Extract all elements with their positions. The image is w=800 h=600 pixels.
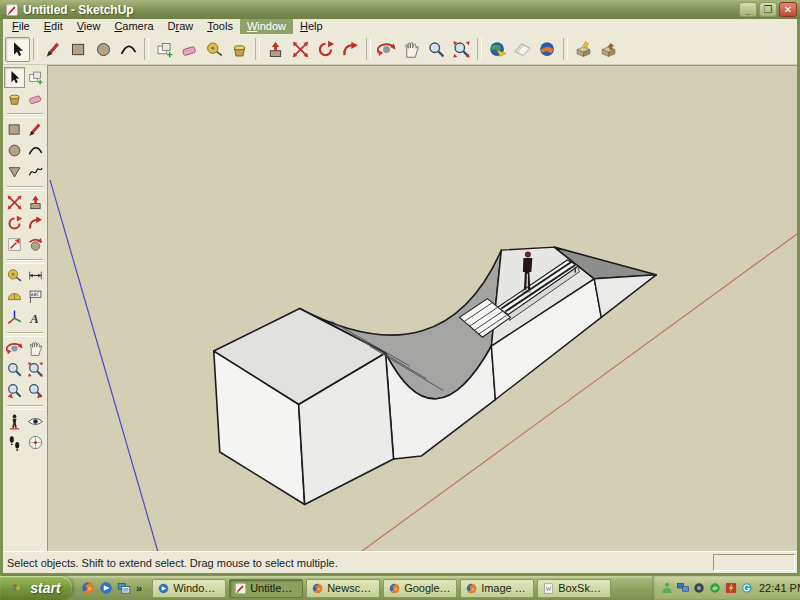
circle-tool-button[interactable] xyxy=(4,140,25,161)
tape-measure-icon xyxy=(205,40,224,59)
freehand-tool-button[interactable] xyxy=(25,161,46,182)
taskbar-button-windows[interactable]: Windows ... xyxy=(152,579,226,598)
menu-window[interactable]: Window xyxy=(240,19,293,34)
scale-icon xyxy=(6,236,23,253)
share-models-tool-button[interactable] xyxy=(596,37,621,62)
orbit-icon xyxy=(377,40,396,59)
line-tool-button[interactable] xyxy=(25,119,46,140)
menu-help[interactable]: Help xyxy=(293,19,330,34)
line-tool-button[interactable] xyxy=(41,37,66,62)
pan-tool-button[interactable] xyxy=(25,338,46,359)
orbit-icon xyxy=(6,340,23,357)
select-tool-button[interactable] xyxy=(5,37,30,62)
start-button[interactable]: start xyxy=(0,576,72,600)
get-current-view-tool-button[interactable] xyxy=(485,37,510,62)
rotate-tool-button[interactable] xyxy=(4,213,25,234)
select-tool-button[interactable] xyxy=(4,67,25,88)
move-icon xyxy=(6,194,23,211)
zoom-extents-tool-button[interactable] xyxy=(25,359,46,380)
person-figure-head[interactable] xyxy=(525,252,531,258)
close-button[interactable]: ✕ xyxy=(779,2,797,17)
svg-text:ABC: ABC xyxy=(31,292,40,297)
tape-measure-tool-button[interactable] xyxy=(4,265,25,286)
menu-view[interactable]: View xyxy=(70,19,108,34)
taskbar-button-google-sk[interactable]: Google Sk... xyxy=(383,579,457,598)
media-player-icon[interactable] xyxy=(98,580,114,596)
teal-app-tray-icon[interactable] xyxy=(740,581,754,595)
rotate-tool-button[interactable] xyxy=(313,37,338,62)
zoom-next-tool-button[interactable] xyxy=(25,380,46,401)
push-pull-tool-button[interactable] xyxy=(263,37,288,62)
firefox-icon[interactable] xyxy=(80,580,96,596)
position-camera-tool-button[interactable] xyxy=(4,411,25,432)
polygon-tool-button[interactable] xyxy=(4,161,25,182)
push-pull-tool-button[interactable] xyxy=(25,192,46,213)
zoom-previous-icon xyxy=(6,382,23,399)
taskbar-button-image-hos[interactable]: Image hos... xyxy=(460,579,534,598)
show-desktop-icon[interactable] xyxy=(116,580,132,596)
follow-me-tool-button[interactable] xyxy=(25,213,46,234)
get-models-tool-button[interactable] xyxy=(571,37,596,62)
section-plane-tool-button[interactable] xyxy=(25,432,46,453)
orbit-tool-button[interactable] xyxy=(4,338,25,359)
taskbar-button-untitled[interactable]: Untitled - ... xyxy=(229,579,303,598)
messenger-tray-icon[interactable] xyxy=(660,581,674,595)
paint-bucket-tool-button[interactable] xyxy=(4,88,25,109)
paint-bucket-tool-button[interactable] xyxy=(227,37,252,62)
text-tool-button[interactable]: ABC xyxy=(25,286,46,307)
rectangle-tool-button[interactable] xyxy=(4,119,25,140)
eraser-tool-button[interactable] xyxy=(25,88,46,109)
green-utility-tray-icon[interactable] xyxy=(708,581,722,595)
look-around-tool-button[interactable] xyxy=(25,411,46,432)
protractor-tool-button[interactable] xyxy=(4,286,25,307)
figure-shadow xyxy=(521,290,531,293)
eraser-tool-button[interactable] xyxy=(177,37,202,62)
offset-tool-button[interactable] xyxy=(25,234,46,255)
menu-file[interactable]: File xyxy=(5,19,37,34)
drawing-canvas[interactable] xyxy=(47,65,797,551)
line-icon xyxy=(27,121,44,138)
menu-draw[interactable]: Draw xyxy=(161,19,201,34)
threed-text-tool-button[interactable]: A xyxy=(25,307,46,328)
zoom-extents-tool-button[interactable] xyxy=(449,37,474,62)
move-tool-button[interactable] xyxy=(4,192,25,213)
taskbar-clock[interactable]: 22:41 PM xyxy=(759,582,800,594)
taskbar-button-label: Untitled - ... xyxy=(250,582,298,594)
protractor-icon xyxy=(6,288,23,305)
network-tray-icon[interactable] xyxy=(676,581,690,595)
zoom-previous-tool-button[interactable] xyxy=(4,380,25,401)
walk-tool-button[interactable] xyxy=(4,432,25,453)
taskbar-button-boxsketch[interactable]: BoxSketch... xyxy=(537,579,611,598)
arc-tool-button[interactable] xyxy=(25,140,46,161)
dimensions-tool-button[interactable] xyxy=(25,265,46,286)
graphics-utility-tray-icon[interactable] xyxy=(724,581,738,595)
rectangle-tool-button[interactable] xyxy=(66,37,91,62)
follow-me-tool-button[interactable] xyxy=(338,37,363,62)
menu-edit[interactable]: Edit xyxy=(37,19,70,34)
restore-button[interactable]: ❐ xyxy=(759,2,777,17)
make-component-tool-button[interactable] xyxy=(152,37,177,62)
task-buttons: Windows ...Untitled - ...Newschoo...Goog… xyxy=(148,579,648,598)
disc-tray-icon[interactable] xyxy=(692,581,706,595)
arc-tool-button[interactable] xyxy=(116,37,141,62)
menu-tools[interactable]: Tools xyxy=(200,19,240,34)
zoom-tool-button[interactable] xyxy=(424,37,449,62)
measurements-box[interactable] xyxy=(713,554,795,571)
make-component-tool-button[interactable] xyxy=(25,67,46,88)
minimize-button[interactable]: _ xyxy=(739,2,757,17)
quick-launch-more-chevron[interactable]: » xyxy=(134,582,144,594)
scale-tool-button[interactable] xyxy=(4,234,25,255)
menu-camera[interactable]: Camera xyxy=(107,19,160,34)
circle-tool-button[interactable] xyxy=(91,37,116,62)
taskbar-button-newschoo[interactable]: Newschoo... xyxy=(306,579,380,598)
model-scene[interactable] xyxy=(48,66,797,551)
axes-tool-button[interactable] xyxy=(4,307,25,328)
orbit-tool-button[interactable] xyxy=(374,37,399,62)
pan-tool-button[interactable] xyxy=(399,37,424,62)
tape-measure-tool-button[interactable] xyxy=(202,37,227,62)
move-tool-button[interactable] xyxy=(288,37,313,62)
toggle-terrain-tool-button[interactable] xyxy=(510,37,535,62)
place-model-tool-button[interactable] xyxy=(535,37,560,62)
zoom-tool-button[interactable] xyxy=(4,359,25,380)
place-model-icon xyxy=(538,40,557,59)
